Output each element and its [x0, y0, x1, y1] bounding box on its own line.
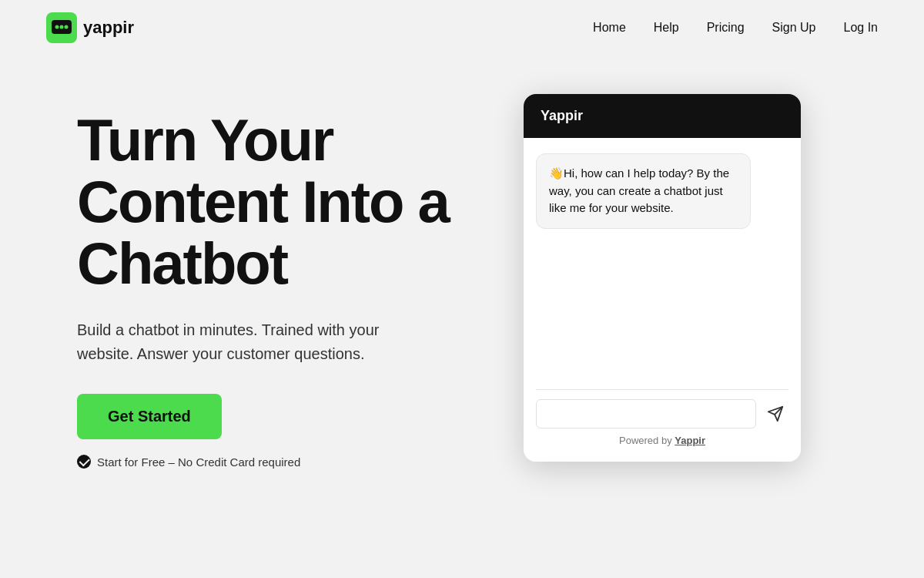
hero-section: Turn Your Content Into a Chatbot Build a… — [77, 86, 477, 469]
send-icon — [767, 405, 784, 422]
site-header: yappir Home Help Pricing Sign Up Log In — [0, 0, 924, 55]
check-icon — [77, 455, 91, 469]
powered-by-text: Powered by — [619, 435, 672, 446]
main-content: Turn Your Content Into a Chatbot Build a… — [0, 55, 924, 499]
chat-input[interactable] — [536, 399, 756, 428]
hero-title: Turn Your Content Into a Chatbot — [77, 109, 477, 294]
svg-point-2 — [55, 25, 59, 29]
logo-text: yappir — [83, 18, 134, 38]
free-note-container: Start for Free – No Credit Card required — [77, 455, 477, 469]
chatbot-header: Yappir — [524, 94, 801, 138]
chatbot-widget: Yappir 👋Hi, how can I help today? By the… — [524, 94, 801, 462]
logo[interactable]: yappir — [46, 12, 134, 43]
svg-point-3 — [60, 25, 64, 29]
nav-help[interactable]: Help — [654, 21, 679, 35]
chat-input-area — [536, 389, 788, 428]
logo-icon — [46, 12, 77, 43]
send-button[interactable] — [762, 401, 788, 427]
free-note-text: Start for Free – No Credit Card required — [97, 455, 300, 469]
powered-by: Powered by Yappir — [536, 428, 788, 449]
nav-home[interactable]: Home — [593, 21, 626, 35]
svg-point-4 — [65, 25, 69, 29]
powered-by-link[interactable]: Yappir — [675, 435, 705, 446]
hero-subtitle: Build a chatbot in minutes. Trained with… — [77, 318, 400, 366]
get-started-button[interactable]: Get Started — [77, 394, 222, 439]
nav-login[interactable]: Log In — [844, 21, 878, 35]
chat-bubble: 👋Hi, how can I help today? By the way, y… — [536, 153, 751, 229]
nav-pricing[interactable]: Pricing — [707, 21, 745, 35]
main-nav: Home Help Pricing Sign Up Log In — [593, 21, 878, 35]
chatbot-body: 👋Hi, how can I help today? By the way, y… — [524, 138, 801, 462]
chat-messages: 👋Hi, how can I help today? By the way, y… — [536, 153, 788, 377]
chatbot-title: Yappir — [541, 108, 583, 123]
nav-signup[interactable]: Sign Up — [772, 21, 816, 35]
